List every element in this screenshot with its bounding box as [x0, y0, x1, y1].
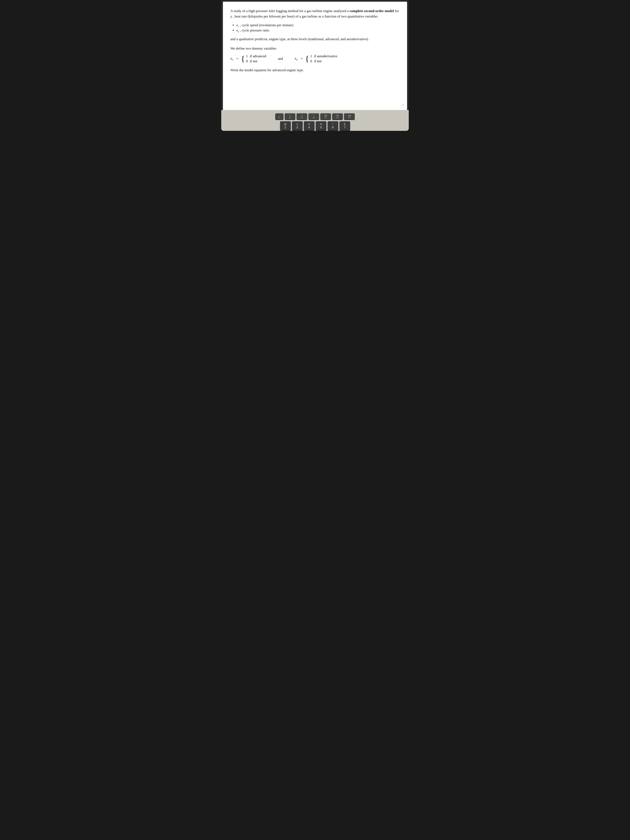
key-5-symbol: % — [320, 123, 322, 125]
key-7[interactable]: & 7 — [339, 121, 350, 131]
f3-icon: ⊡ — [301, 114, 303, 117]
and-connector: and — [278, 56, 283, 62]
key-2[interactable]: @ 2 — [280, 121, 291, 131]
key-3-symbol: # — [297, 123, 298, 125]
x3-row-2: 0 if not — [246, 59, 266, 63]
qualitative-paragraph: and a qualitative predictor, engine type… — [231, 36, 399, 42]
x4-row-1: 1 if aeroderivative — [310, 54, 337, 58]
f6-icon: ⌨· — [336, 114, 339, 117]
key-6[interactable]: ^ 6 — [327, 121, 338, 131]
number-row: @ 2 # 3 $ 4 % 5 ^ 6 & 7 — [223, 121, 407, 131]
key-5[interactable]: % 5 — [316, 121, 327, 131]
key-4-primary: 4 — [308, 125, 310, 129]
keyboard: ○· F1 ✦· F2 ⊡ F3 ⠿ F4 ⌨ F5 ⌨· F6 ◀◀ F7 — [221, 110, 409, 131]
x3-row-1: 1 if advanced — [246, 54, 266, 58]
x3-condition-1: if advanced — [250, 54, 266, 58]
x3-block: x3 = { 1 if advanced 0 if not — [231, 54, 266, 63]
key-f2[interactable]: ✦· F2 — [284, 113, 295, 120]
x4-rows: 1 if aeroderivative 0 if not — [310, 54, 337, 63]
x3-condition-2: if not — [250, 59, 257, 63]
x4-row-2: 0 if not — [310, 59, 337, 63]
write-model-paragraph: Write the model equation for advanced en… — [231, 68, 399, 73]
x4-equals: = — [301, 57, 303, 61]
key-5-primary: 5 — [320, 125, 322, 129]
f4-label: F4 — [313, 117, 315, 119]
bullet-text-1: x1 , cycle speed (revolutions per minute… — [236, 23, 293, 27]
f2-icon: ✦· — [289, 114, 291, 117]
key-2-symbol: @ — [284, 123, 287, 125]
dummy-vars-title: We define two dummy variables — [231, 46, 399, 51]
key-f7[interactable]: ◀◀ F7 — [344, 113, 355, 120]
x3-num-1: 1 — [246, 54, 248, 58]
f5-label: F5 — [325, 117, 327, 119]
bullet-item-1: x1 , cycle speed (revolutions per minute… — [236, 23, 399, 27]
bullet-item-2: x2 , cycle pressure ratio — [236, 28, 399, 33]
x3-brace: { 1 if advanced 0 if not — [241, 54, 266, 63]
key-f5[interactable]: ⌨ F5 — [320, 113, 331, 120]
screen-content: A study of a high-pressure inlet fogging… — [223, 2, 407, 110]
laptop-screen-container: A study of a high-pressure inlet fogging… — [221, 0, 409, 110]
x4-num-2: 0 — [310, 59, 312, 63]
x4-block: x4 = { 1 if aeroderivative 0 if not — [295, 54, 337, 63]
key-6-symbol: ^ — [332, 123, 333, 125]
f4-icon: ⠿ — [313, 114, 314, 117]
f3-label: F3 — [301, 117, 303, 119]
x3-rows: 1 if advanced 0 if not — [246, 54, 266, 63]
x3-label: x3 — [231, 57, 233, 61]
f6-label: F6 — [336, 117, 339, 119]
key-4[interactable]: $ 4 — [304, 121, 314, 131]
x3-equals: = — [237, 57, 238, 61]
key-f6[interactable]: ⌨· F6 — [332, 113, 343, 120]
bullet-text-2: x2 , cycle pressure ratio — [236, 28, 269, 32]
dummy-vars-section: x3 = { 1 if advanced 0 if not — [231, 54, 399, 63]
key-4-symbol: $ — [308, 123, 310, 125]
x4-big-brace: { — [305, 55, 309, 63]
variable-list: x1 , cycle speed (revolutions per minute… — [231, 23, 399, 33]
x4-condition-2: if not — [314, 59, 322, 63]
f1-label: F1 — [278, 117, 281, 119]
bold-phrase: complete second-order model — [350, 9, 394, 13]
f7-icon: ◀◀ — [348, 114, 351, 117]
x3-big-brace: { — [241, 55, 245, 63]
intro-paragraph: A study of a high-pressure inlet fogging… — [231, 8, 399, 19]
key-3[interactable]: # 3 — [292, 121, 303, 131]
x4-brace: { 1 if aeroderivative 0 if not — [305, 54, 337, 63]
key-3-primary: 3 — [296, 125, 298, 129]
f1-icon: ○· — [278, 114, 280, 117]
x4-num-1: 1 — [310, 54, 312, 58]
key-6-primary: 6 — [332, 125, 333, 129]
key-2-primary: 2 — [284, 125, 286, 129]
key-7-primary: 7 — [344, 125, 346, 129]
x3-num-2: 0 — [246, 59, 248, 63]
key-7-symbol: & — [344, 123, 346, 125]
key-f3[interactable]: ⊡ F3 — [297, 113, 307, 120]
key-f4[interactable]: ⠿ F4 — [308, 113, 319, 120]
fn-key-row: ○· F1 ✦· F2 ⊡ F3 ⠿ F4 ⌨ F5 ⌨· F6 ◀◀ F7 — [223, 113, 407, 120]
expand-icon[interactable]: ⤢ — [401, 103, 404, 107]
f2-label: F2 — [289, 117, 291, 119]
key-f1[interactable]: ○· F1 — [275, 113, 284, 120]
f7-label: F7 — [348, 117, 351, 119]
x4-label: x4 — [295, 57, 297, 61]
x4-condition-1: if aeroderivative — [314, 54, 337, 58]
f5-icon: ⌨ — [324, 114, 327, 117]
